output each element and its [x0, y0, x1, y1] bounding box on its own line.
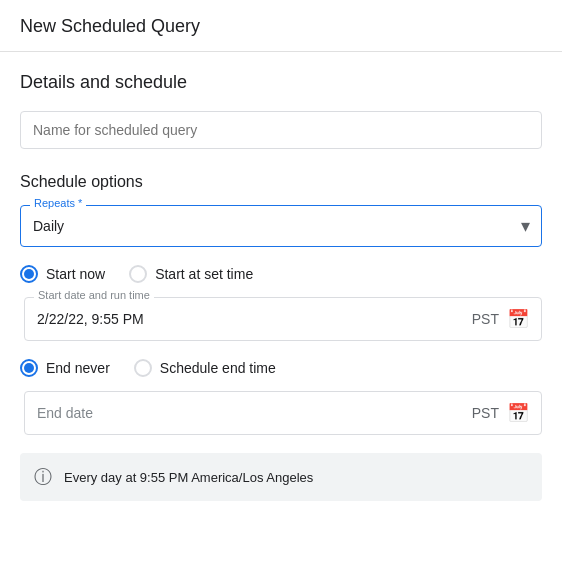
end-never-option[interactable]: End never — [20, 359, 110, 377]
start-set-time-radio-circle[interactable] — [129, 265, 147, 283]
repeats-select[interactable]: Daily Weekly Monthly Custom — [20, 205, 542, 247]
schedule-end-time-label: Schedule end time — [160, 360, 276, 376]
name-field-wrapper — [20, 111, 542, 149]
schedule-options-title: Schedule options — [20, 173, 542, 191]
start-date-value: 2/22/22, 9:55 PM — [37, 311, 472, 327]
info-bar: ⓘ Every day at 9:55 PM America/Los Angel… — [20, 453, 542, 501]
end-date-placeholder: End date — [37, 405, 472, 421]
start-set-time-label: Start at set time — [155, 266, 253, 282]
start-radio-group: Start now Start at set time — [20, 265, 542, 283]
page-title: New Scheduled Query — [20, 16, 542, 37]
info-text: Every day at 9:55 PM America/Los Angeles — [64, 470, 313, 485]
details-section-title: Details and schedule — [20, 72, 542, 93]
start-now-option[interactable]: Start now — [20, 265, 105, 283]
end-timezone-label: PST — [472, 405, 499, 421]
schedule-end-time-option[interactable]: Schedule end time — [134, 359, 276, 377]
start-datetime-wrapper: Start date and run time 2/22/22, 9:55 PM… — [24, 297, 542, 341]
start-now-radio-circle[interactable] — [20, 265, 38, 283]
start-timezone-label: PST — [472, 311, 499, 327]
schedule-end-time-radio-circle[interactable] — [134, 359, 152, 377]
start-at-set-time-option[interactable]: Start at set time — [129, 265, 253, 283]
repeats-label: Repeats * — [30, 197, 86, 209]
schedule-options-section: Schedule options Repeats * Daily Weekly … — [20, 173, 542, 501]
end-never-radio-dot — [24, 363, 34, 373]
repeats-wrapper: Repeats * Daily Weekly Monthly Custom ▾ — [20, 205, 542, 247]
start-now-label: Start now — [46, 266, 105, 282]
page-header: New Scheduled Query — [0, 0, 562, 52]
name-input[interactable] — [20, 111, 542, 149]
end-never-radio-circle[interactable] — [20, 359, 38, 377]
info-icon: ⓘ — [34, 465, 52, 489]
start-datetime-input-row: 2/22/22, 9:55 PM PST 📅 — [24, 297, 542, 341]
start-now-radio-dot — [24, 269, 34, 279]
end-never-label: End never — [46, 360, 110, 376]
end-radio-group: End never Schedule end time — [20, 359, 542, 377]
main-content: Details and schedule Schedule options Re… — [0, 52, 562, 533]
start-date-label: Start date and run time — [34, 289, 154, 301]
start-calendar-icon[interactable]: 📅 — [507, 308, 529, 330]
end-date-wrapper: End date PST 📅 — [24, 391, 542, 435]
end-calendar-icon[interactable]: 📅 — [507, 402, 529, 424]
end-date-input-row: End date PST 📅 — [24, 391, 542, 435]
